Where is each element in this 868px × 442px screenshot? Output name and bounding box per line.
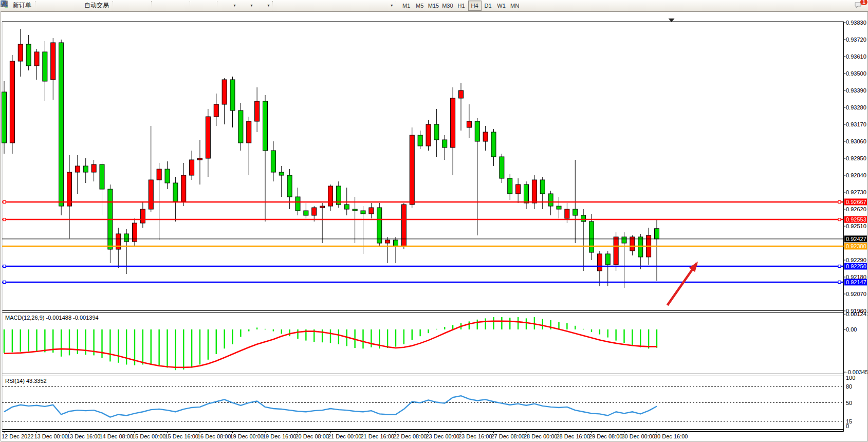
tf-button-MN[interactable]: MN	[508, 1, 522, 11]
line-chart-icon	[141, 2, 149, 9]
templates-button[interactable]: ▼	[255, 1, 272, 11]
chart-canvas[interactable]: 0.938300.937200.936100.935000.933900.932…	[0, 11, 868, 442]
bar-chart-icon	[118, 2, 126, 9]
new-order-label: 新订单	[13, 1, 31, 10]
autotrade-icon	[75, 2, 83, 9]
time-tick-label: 19 Dec 00:00	[230, 433, 264, 439]
tf-button-W1[interactable]: W1	[495, 1, 508, 11]
candle-down	[605, 254, 610, 265]
vline-tool-button[interactable]	[299, 1, 310, 11]
chart-shift-button[interactable]	[205, 1, 216, 11]
rsi-axis-label: 50	[846, 400, 852, 406]
tf-button-M1[interactable]: M1	[400, 1, 413, 11]
crosshair-tool-button[interactable]	[288, 1, 299, 11]
tf-button-M5[interactable]: M5	[413, 1, 427, 11]
candle-up	[34, 52, 39, 66]
price-label: 0.92427	[846, 236, 866, 242]
line-handle[interactable]	[3, 281, 6, 283]
candle-down	[165, 169, 170, 183]
auto-scroll-icon	[195, 2, 204, 9]
candle-up	[198, 158, 202, 160]
signals-button[interactable]	[62, 1, 73, 11]
candle-down	[557, 206, 561, 209]
candle-down	[100, 164, 104, 189]
template-icon	[256, 2, 265, 9]
time-tick-label: 21 Dec 16:00	[361, 433, 394, 439]
label-tool-button[interactable]: T	[367, 1, 378, 11]
auto-scroll-button[interactable]	[194, 1, 205, 11]
candle-up	[410, 135, 414, 205]
mt4-terminal: 新订单 自动交易 ▼ ▼ ▼ E F A T ▼	[0, 0, 868, 442]
candle-down	[173, 183, 178, 201]
tf-button-H1[interactable]: H1	[455, 1, 468, 11]
cursor-tool-button[interactable]	[276, 1, 288, 11]
candle-down	[238, 110, 243, 143]
candle-down	[287, 175, 292, 197]
arrows-tool-button[interactable]: ▼	[378, 1, 395, 11]
candle-down	[524, 185, 529, 203]
candle-down	[279, 172, 284, 175]
autotrade-label: 自动交易	[84, 1, 109, 10]
candle-up	[312, 208, 317, 215]
zoom-out-icon	[168, 2, 176, 9]
toolbar-separator	[217, 1, 220, 10]
candle-up	[385, 240, 390, 243]
toolbar-separator	[151, 1, 155, 10]
candle-down	[43, 52, 47, 81]
candle-down	[475, 121, 479, 141]
zoom-out-button[interactable]	[167, 1, 178, 11]
tf-button-H4[interactable]: H4	[468, 1, 482, 11]
market-watch-button[interactable]	[50, 1, 62, 11]
line-chart-button[interactable]	[139, 1, 151, 11]
price-tick-label: 0.92070	[846, 291, 866, 297]
fibonacci-tool-button[interactable]: F	[344, 1, 356, 11]
candle-down	[638, 237, 643, 257]
rsi-indicator-label: RSI(14) 43.3352	[5, 378, 47, 384]
search-button[interactable]	[840, 1, 852, 11]
price-tick-label: 0.93610	[846, 53, 866, 60]
periods-button[interactable]: ▼	[238, 1, 255, 11]
line-handle[interactable]	[838, 265, 841, 268]
rsi-axis-label: 0	[846, 423, 849, 429]
candle-up	[116, 234, 121, 249]
text-label-icon: T	[368, 2, 377, 9]
candle-down	[377, 208, 382, 243]
candle-down	[581, 215, 586, 222]
line-handle[interactable]	[838, 200, 841, 203]
candle-up	[140, 209, 145, 223]
line-handle[interactable]	[3, 265, 6, 268]
tf-button-M15[interactable]: M15	[427, 1, 440, 11]
candle-down	[271, 151, 275, 172]
candle-down	[442, 140, 447, 148]
tf-button-M30[interactable]: M30	[440, 1, 454, 11]
tf-button-D1[interactable]: D1	[482, 1, 495, 11]
text-tool-button[interactable]: A	[356, 1, 367, 11]
channel-tool-button[interactable]: E	[333, 1, 344, 11]
chat-button[interactable]: 1	[854, 1, 865, 11]
candle-down	[230, 80, 235, 110]
equidistant-channel-icon: E	[335, 2, 343, 9]
candle-down	[540, 180, 545, 194]
new-chart-button[interactable]: ▼	[221, 1, 238, 11]
line-handle[interactable]	[3, 218, 6, 221]
candle-down	[548, 194, 553, 206]
autotrade-button[interactable]: 自动交易	[73, 1, 112, 11]
candle-up	[614, 237, 618, 265]
bar-chart-button[interactable]	[117, 1, 128, 11]
price-tick-label: 0.92840	[846, 172, 866, 178]
candlestick-chart-button[interactable]	[128, 1, 139, 11]
candle-up	[91, 164, 96, 172]
metaeditor-button[interactable]	[39, 1, 50, 11]
line-handle[interactable]	[838, 281, 841, 283]
price-label: 0.92147	[846, 279, 866, 285]
line-handle[interactable]	[838, 218, 841, 221]
candle-down	[2, 92, 7, 143]
trendline-tool-button[interactable]	[322, 1, 333, 11]
tile-windows-button[interactable]	[178, 1, 189, 11]
candle-up	[459, 90, 464, 98]
line-handle[interactable]	[3, 200, 6, 203]
vertical-line-icon	[301, 2, 309, 9]
hline-tool-button[interactable]	[310, 1, 322, 11]
price-tick-label: 0.93830	[846, 20, 866, 26]
zoom-in-button[interactable]	[155, 1, 167, 11]
